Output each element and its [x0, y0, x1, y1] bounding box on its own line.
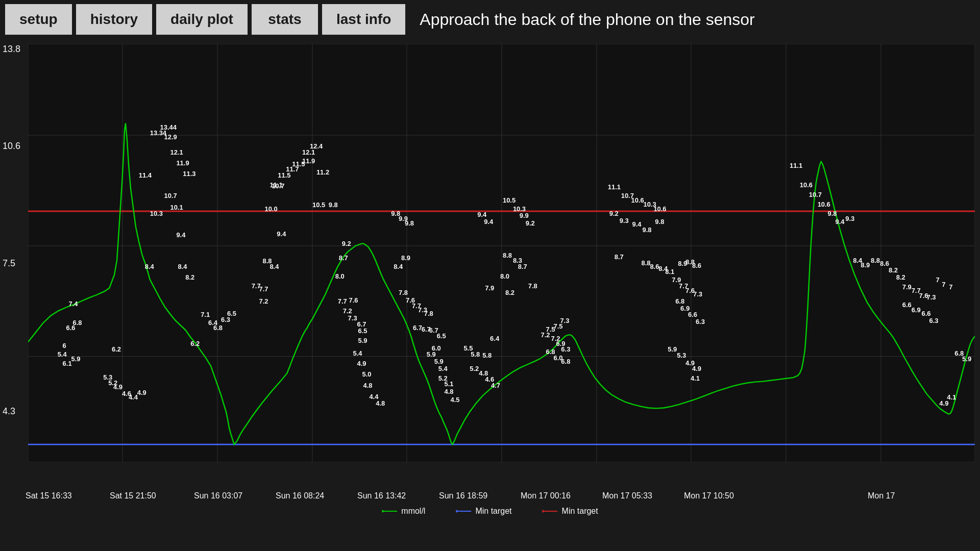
- svg-text:7.3: 7.3: [927, 294, 936, 302]
- navigation-bar: setup history daily plot stats last info…: [0, 0, 980, 39]
- svg-text:11.1: 11.1: [608, 184, 621, 191]
- svg-text:9.4: 9.4: [835, 219, 844, 226]
- svg-text:9.2: 9.2: [342, 240, 351, 247]
- svg-text:8.6: 8.6: [880, 261, 889, 268]
- stats-button[interactable]: stats: [252, 4, 318, 35]
- svg-text:8.2: 8.2: [505, 289, 514, 296]
- svg-text:7.8: 7.8: [528, 283, 537, 290]
- svg-text:6.8: 6.8: [561, 358, 570, 365]
- svg-text:5.9: 5.9: [962, 356, 971, 363]
- svg-text:6.5: 6.5: [358, 328, 368, 335]
- svg-text:10.1: 10.1: [170, 204, 183, 211]
- svg-text:10.5: 10.5: [503, 197, 516, 204]
- svg-text:4.9: 4.9: [692, 365, 701, 372]
- y-label-3: 7.5: [3, 258, 15, 269]
- svg-text:9.4: 9.4: [277, 231, 286, 238]
- svg-text:10.7: 10.7: [164, 192, 177, 199]
- svg-text:10.7: 10.7: [809, 191, 822, 198]
- svg-text:7.3: 7.3: [348, 315, 357, 322]
- svg-text:8.4: 8.4: [145, 263, 154, 270]
- svg-text:4.1: 4.1: [691, 375, 700, 382]
- svg-text:8.6: 8.6: [692, 263, 701, 270]
- svg-text:12.4: 12.4: [310, 143, 323, 151]
- svg-text:5.4: 5.4: [58, 351, 67, 358]
- x-label-8: Mon 17 10:50: [684, 491, 734, 500]
- svg-text:4.1: 4.1: [947, 394, 956, 402]
- legend-min-blue-label: Min target: [475, 507, 511, 516]
- svg-text:5.9: 5.9: [358, 338, 368, 345]
- svg-text:11.9: 11.9: [176, 160, 189, 167]
- svg-text:12.9: 12.9: [164, 134, 177, 141]
- svg-text:4.5: 4.5: [451, 396, 460, 404]
- svg-text:6.5: 6.5: [227, 310, 236, 317]
- svg-text:4.9: 4.9: [113, 384, 122, 391]
- svg-text:6.7: 6.7: [413, 324, 422, 332]
- svg-text:5.9: 5.9: [427, 351, 436, 358]
- svg-text:11.5: 11.5: [278, 172, 290, 179]
- svg-text:6.6: 6.6: [922, 310, 931, 317]
- svg-text:6.1: 6.1: [63, 361, 72, 368]
- svg-text:7.8: 7.8: [424, 310, 433, 317]
- svg-text:8.0: 8.0: [335, 273, 345, 280]
- svg-text:6.3: 6.3: [929, 317, 938, 324]
- history-button[interactable]: history: [76, 4, 152, 35]
- svg-text:8.7: 8.7: [518, 263, 527, 270]
- svg-text:9.4: 9.4: [477, 212, 486, 219]
- svg-text:6.9: 6.9: [912, 307, 921, 314]
- svg-text:6.8: 6.8: [675, 298, 684, 305]
- svg-text:4.8: 4.8: [445, 388, 454, 395]
- svg-text:7.2: 7.2: [259, 298, 268, 305]
- svg-text:7.1: 7.1: [201, 312, 210, 319]
- svg-text:9.3: 9.3: [620, 217, 629, 224]
- chart-svg: 6 7.4 6.6 6.8 5.4 6.1 5.9 11.4 13.34 13.…: [28, 44, 975, 462]
- svg-text:7.2: 7.2: [343, 308, 352, 315]
- svg-text:6.6: 6.6: [688, 312, 697, 319]
- svg-text:8.7: 8.7: [339, 255, 348, 262]
- svg-text:9.8: 9.8: [405, 220, 414, 228]
- svg-text:10.3: 10.3: [513, 206, 526, 213]
- svg-text:8.7: 8.7: [615, 254, 624, 261]
- y-label-2: 10.6: [3, 141, 20, 152]
- svg-marker-200: [382, 510, 385, 513]
- svg-text:6.8: 6.8: [213, 324, 223, 332]
- svg-text:8.6: 8.6: [650, 263, 659, 270]
- svg-text:9.9: 9.9: [520, 212, 529, 219]
- legend-min-target-red: Min target: [543, 507, 598, 516]
- svg-text:9.2: 9.2: [526, 220, 535, 228]
- svg-text:9.8: 9.8: [329, 202, 338, 209]
- svg-text:7.9: 7.9: [902, 284, 912, 291]
- x-label-7: Mon 17 05:33: [602, 491, 652, 500]
- svg-text:13.44: 13.44: [160, 124, 177, 131]
- x-label-3: Sun 16 08:24: [276, 491, 324, 500]
- legend-min-red-label: Min target: [562, 507, 598, 516]
- svg-text:5.4: 5.4: [438, 365, 448, 372]
- last-info-button[interactable]: last info: [322, 4, 405, 35]
- svg-text:8.8: 8.8: [871, 257, 880, 264]
- chart-legend: mmol/l Min target Min target: [382, 507, 598, 516]
- svg-text:9.4: 9.4: [632, 221, 642, 228]
- svg-text:4.8: 4.8: [363, 382, 372, 389]
- setup-button[interactable]: setup: [5, 4, 72, 35]
- svg-text:8.8: 8.8: [642, 260, 651, 267]
- svg-text:8.9: 8.9: [401, 255, 410, 262]
- legend-mmol-label: mmol/l: [401, 507, 425, 516]
- svg-text:5.9: 5.9: [668, 346, 677, 354]
- svg-text:10.3: 10.3: [150, 211, 163, 218]
- svg-text:9.3: 9.3: [845, 215, 854, 222]
- svg-text:7.6: 7.6: [349, 297, 358, 304]
- svg-text:8.0: 8.0: [500, 273, 509, 280]
- daily-plot-button[interactable]: daily plot: [156, 4, 248, 35]
- svg-text:7.7: 7.7: [338, 298, 347, 305]
- svg-text:6: 6: [63, 342, 66, 349]
- svg-text:8.4: 8.4: [270, 263, 279, 270]
- svg-text:7.7: 7.7: [259, 286, 268, 293]
- svg-text:7.9: 7.9: [485, 285, 494, 292]
- svg-marker-202: [456, 510, 459, 513]
- svg-text:5.3: 5.3: [677, 352, 686, 359]
- svg-text:11.3: 11.3: [183, 170, 195, 178]
- svg-text:9.4: 9.4: [484, 219, 493, 226]
- x-label-2: Sun 16 03:07: [194, 491, 242, 500]
- svg-text:10.6: 10.6: [800, 182, 813, 189]
- svg-text:4.8: 4.8: [376, 400, 385, 407]
- svg-text:7.3: 7.3: [693, 291, 702, 298]
